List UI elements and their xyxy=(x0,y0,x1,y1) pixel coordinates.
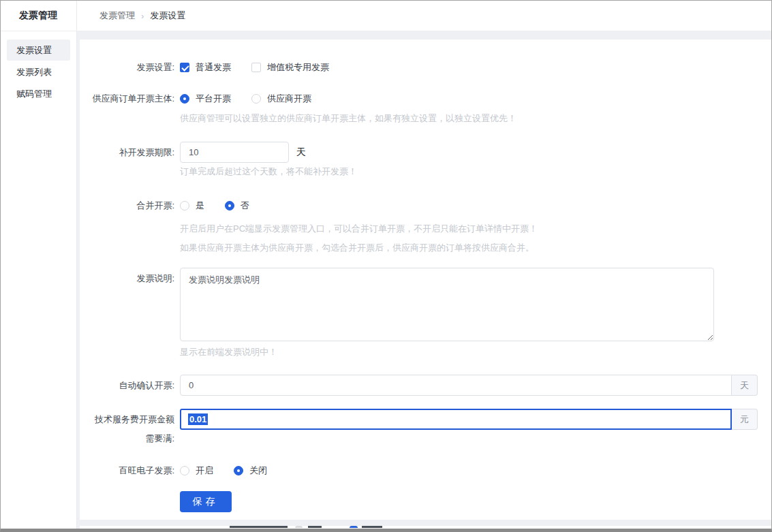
supplier-subject-row: 供应商订单开票主体: 平台开票 供应商开票 xyxy=(80,92,771,106)
merge-invoice-help2: 如果供应商开票主体为供应商开票，勾选合并开票后，供应商开票的订单将按供应商合并。 xyxy=(180,242,771,253)
selected-input-text: 0.01 xyxy=(188,413,208,425)
clipped-row-fragment xyxy=(230,526,288,528)
tech-fee-row: 技术服务费开票金额 需要满: 0.01 元 xyxy=(80,409,771,448)
reissue-period-row: 补开发票期限: 天 xyxy=(80,142,771,163)
clipped-content-sliver xyxy=(80,526,771,529)
app-window: 发票管理 发票管理 › 发票设置 发票设置 发票列表 赋码管理 发票设置: xyxy=(0,0,772,532)
reissue-period-input[interactable] xyxy=(180,142,289,163)
clipped-radio-fragment xyxy=(295,526,303,528)
auto-confirm-row: 自动确认开票: 天 xyxy=(80,375,771,396)
radio-unselected-icon xyxy=(180,201,189,210)
radio-label: 平台开票 xyxy=(196,92,231,106)
sidebar-item-invoice-list[interactable]: 发票列表 xyxy=(7,61,70,82)
tech-fee-input[interactable]: 0.01 xyxy=(180,409,732,430)
checkbox-checked-icon xyxy=(180,63,189,72)
checkbox-label: 增值税专用发票 xyxy=(267,61,329,74)
page-gutter xyxy=(80,520,771,526)
sidebar-item-code-management[interactable]: 赋码管理 xyxy=(7,83,70,104)
supplier-subject-label: 供应商订单开票主体: xyxy=(80,92,174,106)
tech-fee-unit-addon: 元 xyxy=(732,409,758,430)
radio-label: 供应商开票 xyxy=(267,92,311,106)
invoice-note-row: 发票说明: 发票说明发票说明 xyxy=(80,268,771,341)
supplier-subject-help: 供应商管理可以设置独立的供应商订单开票主体，如果有独立设置，以独立设置优先！ xyxy=(180,113,771,124)
breadcrumb-parent[interactable]: 发票管理 xyxy=(99,10,135,22)
radio-merge-no[interactable]: 否 xyxy=(225,199,249,213)
checkbox-label: 普通发票 xyxy=(196,61,231,74)
merge-invoice-help1: 开启后用户在PC端显示发票管理入口，可以合并订单开票，不开启只能在订单详情中开票… xyxy=(180,223,771,234)
radio-selected-icon xyxy=(180,94,189,104)
baiwang-label: 百旺电子发票: xyxy=(80,464,174,478)
sidebar-item-invoice-settings[interactable]: 发票设置 xyxy=(7,40,70,61)
invoice-type-row: 发票设置: 普通发票 增值税专用发票 xyxy=(80,61,771,74)
sidebar-title: 发票管理 xyxy=(1,1,77,31)
breadcrumb-current: 发票设置 xyxy=(150,10,185,22)
checkbox-vat-special-invoice[interactable]: 增值税专用发票 xyxy=(251,61,329,74)
invoice-note-textarea[interactable]: 发票说明发票说明 xyxy=(180,268,714,341)
tech-fee-label: 技术服务费开票金额 需要满: xyxy=(80,409,174,448)
clipped-row-fragment xyxy=(308,526,322,528)
radio-label: 否 xyxy=(241,199,249,213)
merge-invoice-label: 合并开票: xyxy=(80,199,174,213)
merge-invoice-row: 合并开票: 是 否 xyxy=(80,199,771,213)
radio-label: 关闭 xyxy=(249,464,267,478)
main-content: 发票设置: 普通发票 增值税专用发票 供应商订单开票主体: xyxy=(77,31,771,529)
invoice-note-help: 显示在前端发票说明中！ xyxy=(180,347,771,358)
checkbox-unchecked-icon xyxy=(251,63,261,72)
save-button[interactable]: 保存 xyxy=(180,491,232,512)
radio-selected-icon xyxy=(225,201,234,210)
auto-confirm-input[interactable] xyxy=(180,375,732,396)
header: 发票管理 发票管理 › 发票设置 xyxy=(1,1,771,31)
baiwang-row: 百旺电子发票: 开启 关闭 xyxy=(80,464,771,478)
auto-confirm-label: 自动确认开票: xyxy=(80,375,174,396)
radio-label: 开启 xyxy=(196,464,213,478)
breadcrumb: 发票管理 › 发票设置 xyxy=(77,1,185,31)
clipped-row-fragment xyxy=(362,526,382,528)
chevron-right-icon: › xyxy=(141,11,144,21)
radio-selected-icon xyxy=(234,466,243,475)
radio-platform-invoicing[interactable]: 平台开票 xyxy=(180,92,231,106)
radio-label: 是 xyxy=(196,199,204,213)
radio-baiwang-on[interactable]: 开启 xyxy=(180,464,213,478)
radio-unselected-icon xyxy=(180,466,189,475)
radio-baiwang-off[interactable]: 关闭 xyxy=(234,464,267,478)
checkbox-ordinary-invoice[interactable]: 普通发票 xyxy=(180,61,231,74)
radio-supplier-invoicing[interactable]: 供应商开票 xyxy=(251,92,311,106)
invoice-type-label: 发票设置: xyxy=(80,61,174,74)
clipped-radio-fragment xyxy=(350,526,358,528)
reissue-period-unit: 天 xyxy=(296,142,306,163)
auto-confirm-unit-addon: 天 xyxy=(732,375,758,396)
radio-merge-yes[interactable]: 是 xyxy=(180,199,204,213)
sidebar: 发票设置 发票列表 赋码管理 xyxy=(1,31,77,529)
settings-card: 发票设置: 普通发票 增值税专用发票 供应商订单开票主体: xyxy=(80,40,771,520)
reissue-period-help: 订单完成后超过这个天数，将不能补开发票！ xyxy=(180,166,771,177)
radio-unselected-icon xyxy=(251,94,261,104)
invoice-note-label: 发票说明: xyxy=(80,268,174,289)
reissue-period-label: 补开发票期限: xyxy=(80,142,174,163)
